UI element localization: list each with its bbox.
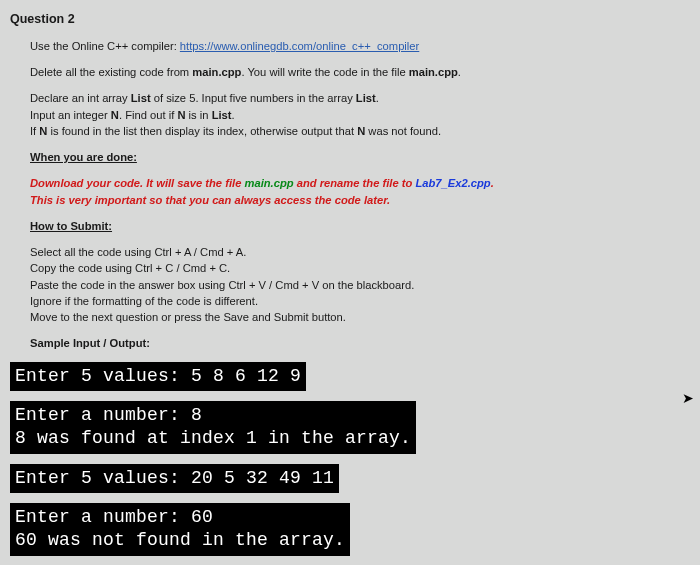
t3e: was not found. — [365, 125, 441, 137]
t2e: is in — [186, 109, 212, 121]
t1e: . — [376, 92, 379, 104]
t3d: N — [357, 125, 365, 137]
t4-line2: 60 was not found in the array. — [15, 530, 345, 550]
s3: Paste the code in the answer box using C… — [30, 279, 414, 291]
t2f: List — [212, 109, 232, 121]
t1a: Declare an int array — [30, 92, 131, 104]
submit-header: How to Submit: — [30, 218, 690, 234]
question-title: Question 2 — [10, 12, 690, 26]
t4-line1: Enter a number: 60 — [15, 507, 213, 527]
maincpp-1: main.cpp — [192, 66, 241, 78]
done-header: When you are done: — [30, 149, 690, 165]
terminal-block-2: Enter a number: 8 8 was found at index 1… — [10, 401, 416, 454]
sample-header: Sample Input / Output: — [30, 335, 690, 351]
t2c: . Find out if — [119, 109, 177, 121]
s2: Copy the code using Ctrl + C / Cmd + C. — [30, 262, 230, 274]
question-body: Use the Online C++ compiler: https://www… — [10, 38, 690, 565]
s5: Move to the next question or press the S… — [30, 311, 346, 323]
terminal-block-3: Enter 5 values: 20 5 32 49 11 — [10, 464, 339, 493]
dl-b: and rename the file to — [294, 177, 416, 189]
terminal-block-1: Enter 5 values: 5 8 6 12 9 — [10, 362, 306, 391]
t3c: is found in the list then display its in… — [47, 125, 357, 137]
submit-header-text: How to Submit: — [30, 220, 112, 232]
t2d: N — [177, 109, 185, 121]
task-block: Declare an int array List of size 5. Inp… — [30, 90, 690, 139]
t2a: Input an integer — [30, 109, 111, 121]
t2-line2: 8 was found at index 1 in the array. — [15, 428, 411, 448]
dl-important: This is very important so that you can a… — [30, 194, 390, 206]
terminal-block-4: Enter a number: 60 60 was not found in t… — [10, 503, 350, 556]
download-block: Download your code. It will save the fil… — [30, 175, 690, 207]
terminal-samples: Enter 5 values: 5 8 6 12 9 Enter a numbe… — [10, 362, 690, 565]
t2-line1: Enter a number: 8 — [15, 405, 202, 425]
t3a: If — [30, 125, 39, 137]
dl-f2: Lab7_Ex2.cpp — [415, 177, 490, 189]
delete-c: . — [458, 66, 461, 78]
t1b: List — [131, 92, 151, 104]
t2g: . — [232, 109, 235, 121]
cursor-icon: ➤ — [682, 390, 694, 406]
submit-steps: Select all the code using Ctrl + A / Cmd… — [30, 244, 690, 325]
delete-a: Delete all the existing code from — [30, 66, 192, 78]
delete-line: Delete all the existing code from main.c… — [30, 64, 690, 80]
dl-f1: main.cpp — [244, 177, 293, 189]
s1: Select all the code using Ctrl + A / Cmd… — [30, 246, 246, 258]
intro-compiler-line: Use the Online C++ compiler: https://www… — [30, 38, 690, 54]
dl-a: Download your code. It will save the fil… — [30, 177, 244, 189]
dl-c: . — [491, 177, 494, 189]
compiler-link[interactable]: https://www.onlinegdb.com/online_c++_com… — [180, 40, 419, 52]
t1c: of size 5. Input five numbers in the arr… — [151, 92, 356, 104]
s4: Ignore if the formatting of the code is … — [30, 295, 258, 307]
t1d: List — [356, 92, 376, 104]
intro-prefix: Use the Online C++ compiler: — [30, 40, 180, 52]
t2b: N — [111, 109, 119, 121]
delete-b: . You will write the code in the file — [241, 66, 408, 78]
maincpp-2: main.cpp — [409, 66, 458, 78]
done-header-text: When you are done: — [30, 151, 137, 163]
